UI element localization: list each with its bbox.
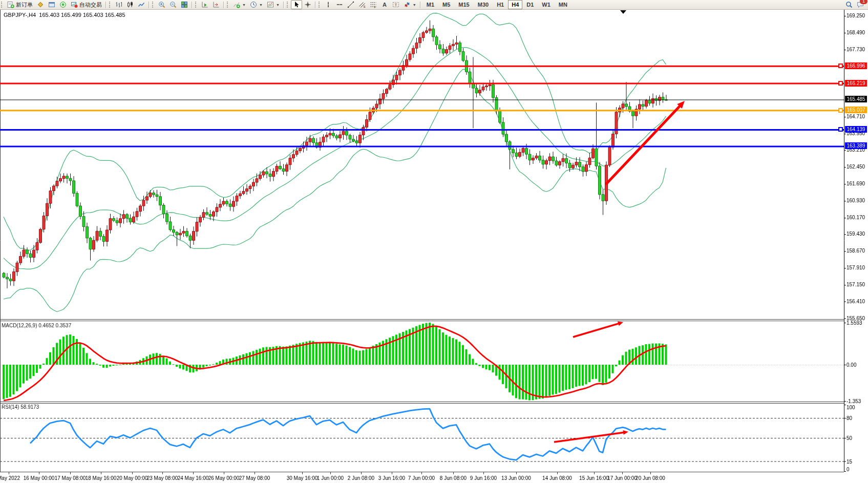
line-chart-button[interactable] — [136, 0, 147, 9]
price-tick-label: 162.450 — [846, 164, 865, 170]
chevron-down-icon[interactable]: ▼ — [276, 3, 280, 7]
text-button[interactable]: A — [379, 0, 390, 9]
market-depth-button[interactable] — [57, 0, 69, 9]
time-tick-label: 8 Jun 08:00 — [440, 475, 467, 481]
price-level-badge: 166.219 — [845, 80, 867, 87]
charts-window-button[interactable] — [46, 0, 57, 9]
time-tick-label: 3 Jun 16:00 — [378, 475, 405, 481]
horizontal-line-icon — [336, 1, 343, 8]
rsi-tick-label: 0 — [846, 467, 850, 472]
price-level-badge: 164.139 — [845, 126, 867, 133]
price-tick-label: 158.670 — [846, 248, 865, 254]
channel-button[interactable]: E — [356, 0, 368, 9]
timeframe-button-m5[interactable]: M5 — [438, 0, 454, 9]
time-tick-label: 16 May 00:00 — [24, 475, 55, 481]
chart-title: GBPJPY-,H4 165.403 165.499 165.403 165.4… — [4, 12, 125, 18]
chevron-down-icon[interactable]: ▼ — [242, 3, 246, 7]
chevron-down-icon[interactable]: ▼ — [413, 3, 416, 7]
trendline-button[interactable] — [345, 0, 356, 9]
time-tick-label: 18 May 16:00 — [86, 475, 117, 481]
chart-shift-icon — [213, 1, 220, 8]
toolbar-separator — [223, 2, 224, 8]
vertical-line-button[interactable] — [323, 0, 334, 9]
time-tick-label: 2 Jun 08:00 — [348, 475, 374, 481]
rsi-tick-label: 15 — [846, 459, 852, 465]
price-tick-label: 160.930 — [846, 198, 865, 203]
bar-chart-button[interactable] — [113, 0, 124, 9]
timeframe-button-h4[interactable]: H4 — [508, 0, 522, 9]
line-chart-icon — [138, 1, 145, 8]
toolbar-grip — [1, 2, 4, 8]
shapes-icon — [404, 1, 411, 8]
level-line-anchor[interactable] — [838, 108, 843, 113]
chart-canvas[interactable] — [0, 0, 868, 483]
timeframe-button-m15[interactable]: M15 — [454, 0, 473, 9]
candlestick-chart-button[interactable] — [124, 0, 136, 9]
timeframe-button-h1[interactable]: H1 — [493, 0, 508, 9]
blue-window-icon — [48, 1, 55, 8]
cursor-button[interactable] — [291, 0, 302, 9]
price-level-badge: 166.996 — [845, 62, 867, 69]
auto-trading-button[interactable]: 自动交易 — [69, 0, 104, 9]
price-tick-label: 157.150 — [846, 282, 865, 287]
styles-button[interactable] — [35, 0, 46, 9]
price-tick-label: 161.690 — [846, 181, 865, 186]
time-tick-label: May 2022 — [0, 475, 20, 481]
crosshair-button[interactable] — [302, 0, 313, 9]
notification-count-badge: 1 — [860, 0, 867, 4]
level-line-anchor[interactable] — [838, 64, 843, 68]
trendline-icon — [347, 1, 354, 8]
timeframe-button-m30[interactable]: M30 — [474, 0, 493, 9]
timeframe-button-mn[interactable]: MN — [555, 0, 571, 9]
new-order-button[interactable]: 新订单 — [5, 0, 35, 9]
level-line-anchor[interactable] — [838, 127, 843, 132]
new-order-button-label: 新订单 — [16, 1, 33, 9]
price-tick-label: 156.410 — [846, 299, 865, 304]
green-radar-icon — [59, 1, 67, 8]
time-tick-label: 15 Jun 16:00 — [579, 475, 609, 481]
time-tick-label: 23 May 08:00 — [147, 475, 178, 481]
zoom-out-button[interactable] — [167, 0, 179, 9]
timeframe-button-d1[interactable]: D1 — [522, 0, 538, 9]
time-tick-label: 7 Jun 00:00 — [408, 475, 435, 481]
time-tick-label: 9 Jun 16:00 — [470, 475, 497, 481]
template-icon — [267, 1, 274, 8]
timeframe-button-w1[interactable]: W1 — [538, 0, 555, 9]
zoom-in-button[interactable] — [156, 0, 167, 9]
macd-tick-label: 0.00 — [846, 362, 856, 368]
periods-button[interactable]: ▼ — [248, 0, 265, 9]
time-tick-label: 20 Jun 08:00 — [636, 475, 665, 481]
text-a-icon: A — [381, 1, 388, 8]
toolbar-right: 1 — [843, 0, 866, 9]
indicators-button[interactable]: ▼ — [231, 0, 248, 9]
time-tick-label: 13 Jun 00:00 — [501, 475, 531, 481]
notifications-button[interactable]: 1 — [855, 0, 866, 9]
toolbar-grip — [319, 2, 321, 8]
horizontal-line-button[interactable] — [334, 0, 345, 9]
vertical-line-icon — [325, 1, 332, 8]
auto-scroll-button[interactable] — [199, 0, 210, 9]
time-tick-label: 17 May 08:00 — [55, 475, 86, 481]
tile-windows-button[interactable] — [179, 0, 190, 9]
toolbar-separator — [315, 2, 316, 8]
fibonacci-button[interactable]: F — [368, 0, 379, 9]
rsi-tick-label: 80 — [846, 415, 852, 421]
price-level-badge: 165.485 — [845, 96, 867, 102]
chart-shift-button[interactable] — [210, 0, 222, 9]
label-button[interactable]: T — [390, 0, 401, 9]
toolbar-grip — [227, 2, 229, 8]
search-button[interactable] — [843, 0, 855, 9]
toolbar-grip — [287, 2, 289, 8]
toolbar-separator — [420, 2, 421, 8]
macd-tick-label: 1.5593 — [846, 320, 862, 326]
chevron-down-icon[interactable]: ▼ — [259, 3, 263, 7]
toolbar-separator — [192, 2, 193, 8]
price-tick-label: 159.430 — [846, 231, 865, 237]
price-tick-label: 160.170 — [846, 215, 865, 220]
level-line-anchor[interactable] — [838, 81, 843, 86]
tile-windows-icon — [181, 1, 188, 8]
timeframe-button-m1[interactable]: M1 — [422, 0, 438, 9]
channel-icon: E — [358, 1, 366, 8]
templates-button[interactable]: ▼ — [265, 0, 282, 9]
shapes-button[interactable]: ▼ — [401, 0, 418, 9]
